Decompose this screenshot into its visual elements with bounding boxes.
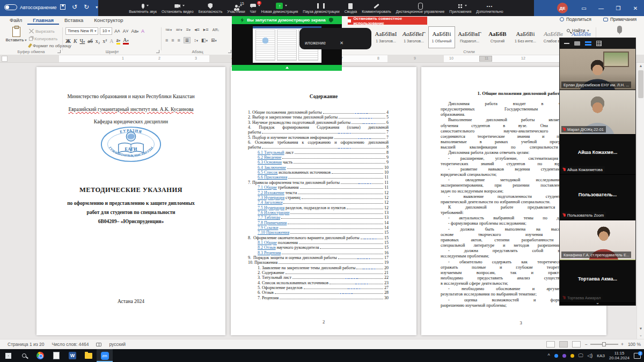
zoom-toolbar-button[interactable]: Дистанционное управление — [396, 3, 445, 13]
print-layout-icon[interactable] — [559, 341, 568, 348]
proofing-icon[interactable] — [96, 343, 101, 346]
font-size-select[interactable]: 10 ▾ — [100, 27, 112, 35]
style-card[interactable]: АаБбВі 1 Без инте... — [512, 26, 539, 48]
taskbar-word-icon[interactable]: W — [64, 349, 80, 362]
toc-link[interactable]: 7.10 Приложения — [258, 230, 289, 235]
network-icon[interactable]: 🖵 — [579, 353, 583, 359]
zoom-slider[interactable] — [590, 344, 618, 345]
account-avatar[interactable]: ДЕ — [557, 3, 568, 13]
toc-link[interactable]: 7.3 Нумерация — [258, 195, 284, 200]
document-page-1[interactable]: Министерство образования и науки Республ… — [36, 67, 225, 335]
document-page-2[interactable]: Содержание 1. Общие положения дипломной … — [231, 67, 416, 335]
next-page-icon[interactable]: ⌄ — [637, 333, 644, 337]
minimize-panel-icon[interactable] — [564, 43, 569, 44]
window-view-icon[interactable] — [574, 41, 580, 46]
style-card[interactable]: АаБбВвГ 1 Заголов... — [400, 26, 427, 48]
scroll-up-icon[interactable]: ▲ — [637, 64, 644, 68]
superscript-button[interactable]: x² — [103, 38, 107, 44]
ribbon-tab[interactable]: Конструктор — [89, 16, 128, 25]
shading-button[interactable]: ◧▾ — [201, 38, 208, 43]
ribbon-tab[interactable]: Файл — [4, 16, 27, 25]
toc-link[interactable]: 6.3 Основная — [258, 160, 282, 165]
undo-button[interactable]: ↺ — [72, 3, 77, 11]
tray-icon-2[interactable] — [562, 354, 566, 358]
toc-link[interactable]: 8.1 Общие — [258, 240, 277, 245]
zoom-in-button[interactable]: + — [621, 342, 624, 347]
toc-link[interactable]: 7.2 Изложение — [258, 190, 284, 195]
toc-link[interactable]: 7.1 Общие — [258, 185, 277, 190]
toc-link[interactable]: 7.8 Примечания — [258, 220, 287, 225]
qat-customize-icon[interactable]: ▾ — [96, 5, 98, 10]
zoom-toolbar-button[interactable]: Приложения — [449, 3, 471, 13]
taskbar-chrome-icon[interactable] — [32, 349, 48, 362]
toc-link[interactable]: 6.4 Заключение — [258, 165, 286, 170]
change-case-button[interactable]: Аа▾ — [130, 28, 139, 34]
clear-format-button[interactable]: А — [141, 28, 145, 34]
text-effects-button[interactable]: А — [109, 38, 113, 44]
zoom-toolbar-button[interactable]: Дополнительно — [476, 3, 503, 13]
taskbar-explorer-icon[interactable] — [80, 349, 97, 362]
taskbar-notepad-icon[interactable] — [48, 349, 64, 362]
zoom-toolbar-button[interactable]: Безопасность — [199, 3, 223, 13]
zoom-toolbar-button[interactable]: Пауза демонстрации — [303, 3, 339, 13]
zoom-toolbar-button[interactable]: Сводка — [345, 3, 357, 13]
outdent-button[interactable]: ◂≡ — [194, 27, 200, 32]
toc-link[interactable]: 7.7 Таблицы — [258, 215, 280, 220]
toc-link[interactable]: 7.6 Иллюстрации — [258, 210, 289, 215]
dialog-launcher-icon[interactable] — [156, 50, 159, 53]
multilevel-list-button[interactable]: ≡▾ — [186, 27, 191, 32]
gallery-view-icon[interactable] — [596, 41, 602, 46]
zoom-toolbar-button[interactable]: Новая демонстрация — [261, 3, 298, 13]
highlight-button[interactable]: а▾ — [116, 38, 121, 45]
style-card[interactable]: АаБбВвІ 1 Заголов... — [372, 26, 399, 48]
style-card[interactable]: АаБбВвГ Подзагол... — [456, 26, 483, 48]
italic-button[interactable]: К — [74, 38, 77, 44]
read-mode-icon[interactable] — [546, 341, 555, 348]
bullets-button[interactable]: ≔▾ — [165, 27, 172, 32]
zoom-toolbar-button[interactable]: Комментировать — [362, 3, 391, 13]
ribbon-tab[interactable]: Вставка — [59, 16, 89, 25]
participant-tile[interactable]: Тортаева Акма... Тортаева Акмарал — [560, 260, 635, 303]
participant-tile[interactable]: Пользователь... Пользователь Zoom — [560, 175, 635, 220]
page-count[interactable]: Страница 1 из 20 — [8, 342, 44, 347]
zoom-out-button[interactable]: − — [585, 342, 588, 347]
font-color-button[interactable]: А▾ — [123, 38, 129, 45]
taskbar-clock[interactable]: 11:1520.04.2024 — [609, 351, 630, 360]
tray-icon-3[interactable] — [570, 354, 574, 358]
popup-close-icon[interactable]: ✕ — [340, 40, 343, 46]
zoom-toolbar-button[interactable]: Выключить звук — [129, 3, 157, 13]
subscript-button[interactable]: x₂ — [96, 38, 100, 44]
underline-button[interactable]: Ч▾ — [80, 38, 85, 44]
align-right-button[interactable]: ≡ — [178, 38, 180, 43]
tab-selector[interactable] — [2, 56, 8, 62]
comments-button[interactable]: Примечания — [603, 17, 636, 22]
align-center-button[interactable]: ≡ — [171, 38, 174, 43]
toc-link[interactable]: 7.9 Ссылки — [258, 225, 279, 230]
line-spacing-button[interactable]: ↕▾ — [194, 38, 198, 43]
toc-link[interactable]: 7.4 Заголовки — [258, 200, 282, 205]
save-icon[interactable] — [60, 4, 65, 10]
dialog-launcher-icon[interactable] — [57, 50, 61, 53]
shrink-font-button[interactable]: А˅ — [122, 28, 129, 34]
tray-icon-1[interactable] — [554, 354, 558, 358]
word-count[interactable]: Число слов: 4464 — [52, 342, 89, 347]
grow-font-button[interactable]: А˄ — [114, 28, 121, 34]
justify-button[interactable]: ≣ — [184, 37, 191, 43]
start-button[interactable] — [0, 349, 16, 362]
panel-collapse-icon[interactable]: ⌄ — [560, 300, 635, 305]
autosave-toggle[interactable]: Автосохранение — [4, 4, 57, 10]
tray-expand-icon[interactable]: ^ — [547, 353, 550, 358]
scroll-down-icon[interactable]: ▼ — [637, 327, 644, 330]
zoom-toolbar-button[interactable]: 15 Участники — [227, 3, 245, 13]
borders-button[interactable]: ⊞▾ — [211, 38, 217, 43]
zoom-toolbar-button[interactable]: 8 Чат — [250, 3, 257, 13]
dictate-mic-icon[interactable] — [617, 26, 622, 33]
participant-tile[interactable]: Канафина Г.А. ст.преподаватель Е... — [560, 220, 635, 260]
minimize-button[interactable]: — — [592, 0, 610, 16]
zoom-level[interactable]: 100 % — [628, 342, 641, 347]
toc-link[interactable]: 6.2 Введение — [258, 155, 281, 160]
share-button[interactable]: Поделиться — [560, 17, 591, 22]
indent-button[interactable]: ▸≡ — [203, 27, 209, 32]
participant-tile[interactable]: Ерлан Дәурембеков ЕНУ им. Л.Н. ... — [560, 49, 635, 90]
speaker-view-icon[interactable] — [585, 41, 591, 43]
